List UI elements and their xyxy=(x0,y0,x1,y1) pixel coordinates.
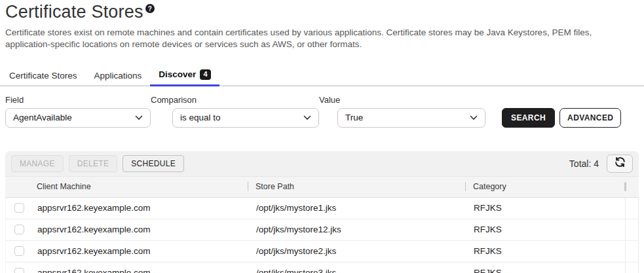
cell-category: RFJKS xyxy=(466,268,625,273)
cell-client-machine: appsrvr162.keyexample.com xyxy=(32,225,248,234)
tab-certificate-stores[interactable]: Certificate Stores xyxy=(1,65,86,86)
tab-bar: Certificate Stores Applications Discover… xyxy=(0,65,644,86)
tab-label: Discover xyxy=(159,69,196,79)
page-title: Certificate Stores xyxy=(5,3,143,22)
refresh-button[interactable] xyxy=(607,155,633,173)
cell-client-machine: appsrvr162.keyexample.com xyxy=(32,203,248,213)
row-gutter xyxy=(625,198,633,219)
cell-category: RFJKS xyxy=(466,246,625,256)
cell-category: RFJKS xyxy=(466,225,625,234)
row-gutter xyxy=(625,263,633,273)
grid-toolbar: MANAGE DELETE SCHEDULE Total: 4 xyxy=(5,151,639,176)
row-checkbox[interactable] xyxy=(14,268,24,273)
search-filter-bar: Field AgentAvailable Comparison is equal… xyxy=(0,86,644,128)
table-row[interactable]: appsrvr162.keyexample.com /opt/jks/mysto… xyxy=(6,219,638,241)
manage-button[interactable]: MANAGE xyxy=(11,155,64,172)
value-select-value: True xyxy=(345,113,363,122)
page-description: Certificate stores exist on remote machi… xyxy=(5,27,620,50)
value-label: Value xyxy=(319,95,485,105)
tab-count-badge: 4 xyxy=(200,69,210,79)
schedule-button[interactable]: SCHEDULE xyxy=(123,155,184,172)
header-gutter xyxy=(624,177,632,197)
help-icon[interactable]: ? xyxy=(145,4,155,13)
field-label: Field xyxy=(5,95,151,105)
table-row[interactable]: appsrvr162.keyexample.com /opt/jks/mysto… xyxy=(6,198,638,219)
row-checkbox[interactable] xyxy=(14,225,24,234)
tab-label: Certificate Stores xyxy=(9,71,77,81)
total-count: Total: 4 xyxy=(569,158,599,169)
certificate-stores-page: Certificate Stores ? Certificate stores … xyxy=(0,0,644,273)
comparison-select[interactable]: is equal to xyxy=(172,108,319,128)
cell-client-machine: appsrvr162.keyexample.com xyxy=(32,246,248,256)
table-row[interactable]: appsrvr162.keyexample.com /opt/jks/mysto… xyxy=(6,241,638,263)
field-select-value: AgentAvailable xyxy=(13,113,72,122)
cell-store-path: /opt/jks/mystore3.jks xyxy=(248,268,466,273)
value-select[interactable]: True xyxy=(337,108,485,128)
cell-store-path: /opt/jks/mystore1.jks xyxy=(248,203,466,213)
cell-store-path: /opt/jks/mystore2.jks xyxy=(248,246,466,256)
search-button[interactable]: SEARCH xyxy=(502,108,555,128)
advanced-button[interactable]: ADVANCED xyxy=(559,108,621,128)
comparison-label: Comparison xyxy=(151,95,319,105)
column-header-client-machine[interactable]: Client Machine xyxy=(31,182,248,191)
row-gutter xyxy=(625,241,633,262)
cell-category: RFJKS xyxy=(466,203,625,213)
row-gutter xyxy=(625,219,633,240)
field-select[interactable]: AgentAvailable xyxy=(5,108,151,128)
chevron-down-icon xyxy=(135,115,143,120)
comparison-select-value: is equal to xyxy=(180,113,221,122)
table-header-row: Client Machine Store Path Category xyxy=(5,176,639,198)
column-header-category[interactable]: Category xyxy=(465,182,624,191)
tab-discover[interactable]: Discover 4 xyxy=(150,65,219,86)
cell-store-path: /opt/jks/mystore12.jks xyxy=(248,225,466,234)
tab-applications[interactable]: Applications xyxy=(86,65,151,86)
tab-label: Applications xyxy=(94,71,142,81)
delete-button[interactable]: DELETE xyxy=(69,155,117,172)
column-header-store-path[interactable]: Store Path xyxy=(248,182,465,191)
chevron-down-icon xyxy=(303,115,311,120)
row-checkbox[interactable] xyxy=(14,246,24,256)
chevron-down-icon xyxy=(470,115,478,120)
refresh-icon xyxy=(614,156,626,171)
row-checkbox[interactable] xyxy=(14,203,24,213)
cell-client-machine: appsrvr162.keyexample.com xyxy=(32,268,248,273)
discover-results-grid: MANAGE DELETE SCHEDULE Total: 4 xyxy=(5,151,639,273)
table-body: appsrvr162.keyexample.com /opt/jks/mysto… xyxy=(5,198,639,273)
table-row[interactable]: appsrvr162.keyexample.com /opt/jks/mysto… xyxy=(6,263,638,273)
page-header: Certificate Stores ? Certificate stores … xyxy=(0,0,644,50)
